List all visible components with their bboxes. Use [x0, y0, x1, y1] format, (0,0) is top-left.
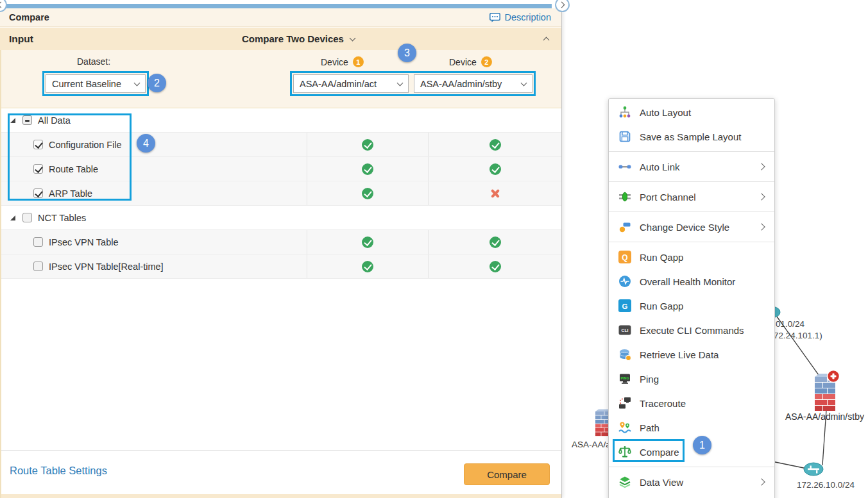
menu-item-label: Run Qapp — [640, 252, 683, 263]
tree-row-nct-tables[interactable]: NCT Tables — [0, 206, 561, 230]
configuration-file-checkbox[interactable] — [33, 140, 43, 149]
device1-dropdown[interactable]: ASA-AA/admin/act — [293, 74, 409, 93]
panel-drag-strip[interactable] — [0, 4, 552, 8]
callout-badge-1: 1 — [693, 436, 711, 454]
chevron-down-icon — [350, 35, 356, 41]
menu-item-path[interactable]: Path — [609, 415, 774, 440]
menu-item-label: Auto Layout — [640, 107, 691, 118]
description-link[interactable]: Description — [489, 12, 551, 22]
svg-text:G: G — [622, 303, 627, 310]
tree-expand-icon[interactable] — [10, 118, 15, 123]
menu-separator — [609, 242, 774, 242]
lan-segment-label: 172.26.10.0/24 — [797, 480, 855, 490]
dataset-label: Dataset: — [77, 56, 110, 67]
menu-item-label: Save as Sample Layout — [640, 131, 741, 142]
menu-item-execute-cli-commands[interactable]: CLI Execute CLI Commands — [609, 318, 774, 342]
menu-item-run-qapp[interactable]: Q Run Qapp — [609, 245, 774, 269]
callout-badge-2: 2 — [148, 74, 166, 92]
menu-item-compare[interactable]: Compare — [609, 440, 774, 464]
port-channel-icon — [618, 190, 631, 204]
input-section-collapse-button[interactable] — [544, 33, 549, 45]
tree-row-arp-table[interactable]: ARP Table — [0, 181, 561, 206]
dataset-dropdown[interactable]: Current Baseline — [46, 74, 146, 93]
menu-item-label: Port Channel — [640, 192, 696, 203]
device1-dropdown-value: ASA-AA/admin/act — [300, 79, 377, 89]
qapp-icon: Q — [618, 251, 631, 264]
svg-text:Q: Q — [622, 253, 627, 262]
tree-row-label: NCT Tables — [38, 213, 86, 223]
tree-row-label: Route Table — [49, 164, 98, 174]
compare-panel: Compare Description Input Compare Two De… — [0, 0, 562, 498]
menu-item-save-as-sample-layout[interactable]: Save as Sample Layout — [609, 124, 774, 149]
description-link-label: Description — [504, 12, 551, 22]
device1-status-icon — [362, 139, 373, 151]
device2-dropdown-value: ASA-AA/admin/stby — [420, 79, 502, 89]
submenu-arrow-icon — [758, 163, 765, 170]
menu-item-retrieve-live-data[interactable]: Retrieve Live Data — [609, 342, 774, 367]
device2-status-icon — [489, 261, 501, 272]
menu-item-label: Traceroute — [640, 398, 686, 409]
tree-expand-icon[interactable] — [10, 215, 15, 220]
all-data-checkbox[interactable] — [22, 115, 32, 125]
menu-item-label: Auto Link — [640, 162, 680, 172]
tree-row-all-data[interactable]: All Data — [0, 108, 561, 133]
ipsec-vpn-table-checkbox[interactable] — [33, 237, 43, 247]
panel-bottom-strip — [0, 494, 561, 498]
firewall-stby-label: ASA-AA/admin/stby — [785, 411, 864, 422]
ipsec-vpn-table-realtime-checkbox[interactable] — [33, 261, 43, 271]
menu-item-ping[interactable]: PING Ping — [609, 367, 774, 391]
menu-separator — [609, 151, 774, 152]
route-table-settings-link[interactable]: Route Table Settings — [10, 465, 107, 477]
tree-row-label: IPsec VPN Table — [49, 237, 119, 247]
menu-item-overall-health-monitor[interactable]: Overall Health Monitor — [609, 269, 774, 294]
menu-item-auto-link[interactable]: Auto Link — [609, 154, 774, 179]
tree-row-label: All Data — [38, 115, 71, 126]
device1-label: Device 1 — [321, 56, 364, 67]
device-style-icon — [618, 220, 631, 234]
panel-title-bar: Compare Description — [0, 8, 561, 27]
menu-item-change-device-style[interactable]: Change Device Style — [609, 215, 774, 239]
device2-label: Device 2 — [449, 56, 492, 67]
device2-number-badge: 2 — [481, 56, 492, 67]
tree-row-configuration-file[interactable]: Configuration File — [0, 133, 561, 157]
device2-status-icon — [489, 163, 501, 175]
compare-icon — [618, 445, 631, 459]
firewall-stby-icon[interactable] — [815, 370, 840, 411]
menu-item-port-channel[interactable]: Port Channel — [609, 185, 774, 209]
compare-mode-value: Compare Two Devices — [242, 33, 344, 44]
chevron-up-icon — [543, 37, 550, 43]
tree-row-ipsec-vpn-table[interactable]: IPsec VPN Table — [0, 230, 561, 254]
cli-icon: CLI — [618, 324, 631, 337]
tree-row-label: ARP Table — [49, 188, 92, 199]
menu-item-label: Ping — [640, 374, 659, 385]
submenu-arrow-icon — [758, 193, 765, 200]
chevron-left-icon — [0, 2, 4, 8]
device2-status-icon — [489, 139, 501, 151]
panel-title: Compare — [9, 12, 49, 22]
menu-item-label: Compare — [640, 447, 679, 458]
lan-node-label: 01.0/24 — [776, 319, 805, 329]
auto-link-icon — [618, 160, 631, 174]
svg-text:CLI: CLI — [621, 328, 628, 333]
route-table-checkbox[interactable] — [33, 164, 43, 174]
arp-table-checkbox[interactable] — [33, 188, 43, 198]
dataset-highlight-box: Current Baseline — [42, 71, 149, 96]
nct-tables-checkbox[interactable] — [22, 213, 32, 222]
compare-mode-dropdown[interactable]: Compare Two Devices — [242, 33, 355, 44]
device1-status-icon — [362, 188, 373, 199]
gapp-icon: G — [618, 299, 631, 313]
tree-row-label: Configuration File — [49, 140, 122, 150]
tree-row-route-table[interactable]: Route Table — [0, 157, 561, 181]
traceroute-icon — [618, 397, 631, 410]
menu-item-run-gapp[interactable]: G Run Gapp — [609, 294, 774, 318]
menu-item-data-view[interactable]: Data View — [609, 470, 774, 494]
device2-status-icon — [489, 188, 501, 199]
lan-segment-icon[interactable] — [804, 463, 823, 476]
compare-button[interactable]: Compare — [464, 463, 550, 485]
menu-item-auto-layout[interactable]: Auto Layout — [609, 100, 774, 124]
device2-dropdown[interactable]: ASA-AA/admin/stby — [414, 74, 532, 93]
device1-status-icon — [362, 237, 373, 248]
menu-item-traceroute[interactable]: Traceroute — [609, 391, 774, 415]
callout-badge-3: 3 — [398, 44, 416, 62]
tree-row-ipsec-vpn-table-realtime[interactable]: IPsec VPN Table[Real-time] — [0, 254, 561, 279]
